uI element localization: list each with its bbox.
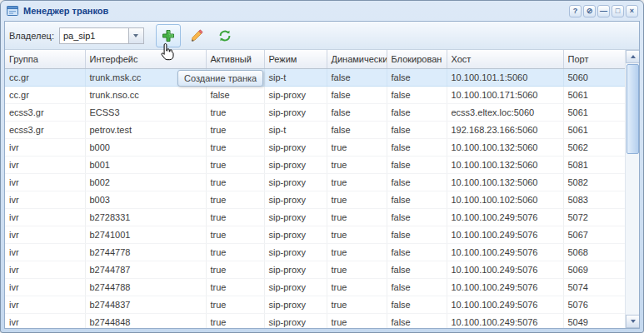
grid-cell-interface: b2744787 — [85, 261, 206, 278]
grid-cell-host: 10.100.100.132:5060 — [447, 173, 563, 191]
edit-trunk-button[interactable] — [184, 24, 209, 47]
combobox-trigger[interactable] — [128, 28, 143, 43]
grid-cell-active: true — [206, 173, 264, 191]
table-row[interactable]: ecss3.grpetrov.testtruesip-tfalsefalse19… — [5, 121, 625, 138]
column-header-interface[interactable]: Интерфейс — [85, 50, 206, 68]
grid-cell-blocked: false — [387, 138, 447, 156]
grid-cell-group: ivr — [5, 226, 85, 243]
table-row[interactable]: ivrb2744778truesip-proxytruefalse10.100.… — [5, 243, 625, 261]
table-row[interactable]: ivrb2744848truesip-proxytruefalse10.100.… — [5, 313, 625, 328]
app-icon — [6, 4, 19, 17]
grid-cell-dynamic: true — [327, 173, 387, 191]
table-row[interactable]: ivrb2728331truesip-proxytruefalse10.100.… — [5, 208, 625, 226]
toolbar: Владелец: pa_sip1 — [5, 22, 639, 50]
grid-cell-blocked: false — [387, 296, 447, 313]
grid-cell-group: ivr — [5, 296, 85, 313]
grid-cell-mode: sip-proxy — [264, 208, 327, 226]
add-trunk-button[interactable] — [156, 24, 181, 47]
grid-cell-active: true — [206, 156, 264, 173]
table-row[interactable]: ecss3.grECSS3truesip-proxyfalsefalseecss… — [5, 103, 625, 121]
grid-cell-port: 5061 — [563, 86, 625, 103]
grid-cell-mode: sip-proxy — [264, 138, 327, 156]
grid-cell-dynamic: true — [327, 208, 387, 226]
grid-cell-active: true — [206, 138, 264, 156]
grid-cell-host: 10.100.100.249:5076 — [447, 278, 563, 296]
window-titlebar[interactable]: Менеджер транков ?⊘—□× — [1, 1, 643, 21]
column-header-blocked[interactable]: Блокирован — [387, 50, 447, 68]
grid-cell-port: 5061 — [563, 103, 625, 121]
grid-cell-dynamic: true — [327, 191, 387, 208]
grid-cell-group: ivr — [5, 191, 85, 208]
scrollbar-up-button[interactable] — [626, 50, 639, 63]
grid-cell-host: 10.100.100.249:5076 — [447, 243, 563, 261]
table-row[interactable]: ivrb2744837truesip-proxytruefalse10.100.… — [5, 296, 625, 313]
grid-cell-interface: b003 — [85, 191, 206, 208]
grid-cell-port: 5072 — [563, 208, 625, 226]
grid-cell-group: ivr — [5, 156, 85, 173]
grid-cell-mode: sip-proxy — [264, 173, 327, 191]
column-header-dynamic[interactable]: Динамический — [327, 50, 387, 68]
grid-cell-group: ivr — [5, 261, 85, 278]
table-row[interactable]: ivrb2744787truesip-proxytruefalse10.100.… — [5, 261, 625, 278]
table-row[interactable]: ivrb2741001truesip-proxytruefalse10.100.… — [5, 226, 625, 243]
tooltip-create-trunk: Создание транка — [177, 70, 263, 87]
plus-icon — [161, 28, 176, 43]
grid-body: cc.grtrunk.msk.cctruesip-tfalsefalse10.1… — [5, 68, 625, 328]
grid-cell-group: cc.gr — [5, 68, 85, 86]
grid-cell-active: true — [206, 278, 264, 296]
tool-minimize-icon[interactable]: — — [597, 5, 610, 17]
grid-cell-interface: b2744788 — [85, 278, 206, 296]
grid-cell-blocked: false — [387, 173, 447, 191]
chevron-down-icon — [133, 34, 138, 37]
grid-viewport: ГруппаИнтерфейсАктивныйРежимДинамический… — [5, 50, 625, 328]
grid-cell-interface: b2744837 — [85, 296, 206, 313]
tool-pin-icon[interactable]: ⊘ — [583, 5, 596, 17]
table-row[interactable]: cc.grtrunk.nso.ccfalsesip-proxyfalsefals… — [5, 86, 625, 103]
scrollbar-down-button[interactable] — [626, 315, 639, 328]
table-row[interactable]: ivrb2744788truesip-proxytruefalse10.100.… — [5, 278, 625, 296]
grid-cell-mode: sip-proxy — [264, 313, 327, 328]
table-row[interactable]: ivrb000truesip-proxytruefalse10.100.100.… — [5, 138, 625, 156]
grid-cell-host: 10.100.100.102:5060 — [447, 191, 563, 208]
grid-cell-port: 5081 — [563, 156, 625, 173]
tool-close-icon[interactable]: × — [626, 5, 638, 17]
grid-cell-active: false — [206, 86, 264, 103]
grid-cell-port: 5061 — [563, 121, 625, 138]
grid-cell-port: 5076 — [563, 296, 625, 313]
column-header-group[interactable]: Группа — [5, 50, 85, 68]
column-header-port[interactable]: Порт — [563, 50, 625, 68]
grid-cell-mode: sip-t — [264, 68, 327, 86]
grid-cell-dynamic: true — [327, 138, 387, 156]
grid-cell-dynamic: false — [327, 68, 387, 86]
table-row[interactable]: ivrb003truesip-proxytruefalse10.100.100.… — [5, 191, 625, 208]
column-header-active[interactable]: Активный — [206, 50, 264, 68]
grid-cell-active: true — [206, 243, 264, 261]
table-row[interactable]: ivrb001truesip-proxytruefalse10.100.100.… — [5, 156, 625, 173]
grid-cell-blocked: false — [387, 243, 447, 261]
grid-cell-port: 5060 — [563, 68, 625, 86]
owner-label: Владелец: — [9, 31, 54, 41]
scrollbar-thumb[interactable] — [627, 64, 639, 154]
table-row[interactable]: cc.grtrunk.msk.cctruesip-tfalsefalse10.1… — [5, 68, 625, 86]
column-header-host[interactable]: Хост — [447, 50, 563, 68]
vertical-scrollbar[interactable] — [625, 50, 639, 328]
tool-help-icon[interactable]: ? — [569, 5, 582, 17]
grid-cell-interface: b2744778 — [85, 243, 206, 261]
grid-cell-host: 10.100.100.249:5076 — [447, 313, 563, 328]
pencil-icon — [190, 29, 203, 42]
grid-cell-interface: b2728331 — [85, 208, 206, 226]
window-body: Владелец: pa_sip1 — [4, 21, 640, 329]
column-header-mode[interactable]: Режим — [264, 50, 327, 68]
table-row[interactable]: ivrb002truesip-proxytruefalse10.100.100.… — [5, 173, 625, 191]
page-title: Менеджер транков — [23, 6, 565, 16]
grid-cell-host: 10.100.100.132:5060 — [447, 156, 563, 173]
trunk-table: ГруппаИнтерфейсАктивныйРежимДинамический… — [5, 50, 625, 328]
tool-maximize-icon[interactable]: □ — [612, 5, 624, 17]
grid-cell-host: 10.100.100.249:5076 — [447, 208, 563, 226]
grid-cell-blocked: false — [387, 261, 447, 278]
refresh-button[interactable] — [212, 24, 237, 47]
grid-cell-mode: sip-proxy — [264, 243, 327, 261]
grid-cell-mode: sip-proxy — [264, 191, 327, 208]
owner-combobox[interactable]: pa_sip1 — [59, 27, 144, 44]
grid-cell-blocked: false — [387, 313, 447, 328]
